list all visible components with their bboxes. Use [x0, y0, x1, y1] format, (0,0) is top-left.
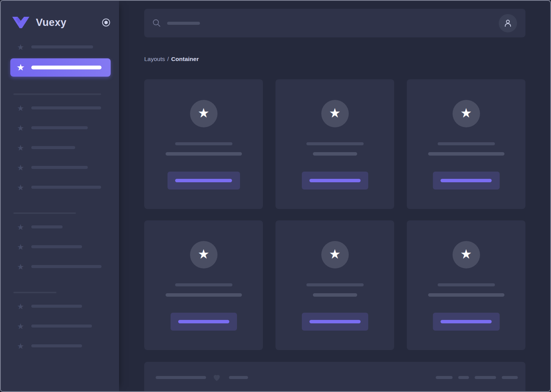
menu-label-skeleton — [31, 344, 82, 347]
sidebar-item[interactable]: ★ — [10, 318, 111, 334]
card-button[interactable] — [302, 313, 368, 331]
card-title-skeleton — [438, 283, 495, 286]
breadcrumb-path[interactable]: Layouts — [144, 56, 165, 62]
star-icon: ★ — [16, 104, 25, 112]
menu-label-skeleton — [31, 166, 88, 169]
card-button-label-skeleton — [309, 320, 361, 323]
menu-label-skeleton — [31, 305, 82, 308]
card-button-label-skeleton — [178, 320, 229, 323]
sidebar-item[interactable]: ★ — [10, 39, 111, 55]
heart-icon[interactable] — [212, 373, 221, 382]
star-icon: ★ — [16, 43, 25, 51]
sidebar-item[interactable]: ★ — [10, 159, 111, 176]
card-title-skeleton — [175, 283, 232, 286]
card-button-label-skeleton — [441, 179, 492, 182]
card-text-skeleton — [428, 293, 504, 297]
menu-label-skeleton — [31, 225, 63, 228]
radio-toggle-icon[interactable] — [102, 18, 111, 27]
card-text-skeleton — [166, 293, 242, 297]
card-text-skeleton — [166, 152, 242, 156]
card-title-skeleton — [306, 283, 364, 286]
card-text-skeleton — [313, 293, 357, 297]
breadcrumb-separator: / — [167, 56, 169, 62]
star-icon: ★ — [329, 106, 340, 121]
breadcrumb: Layouts/Container — [144, 56, 199, 63]
content-card: ★ — [144, 79, 263, 209]
star-icon: ★ — [16, 263, 25, 271]
star-icon: ★ — [16, 164, 25, 172]
star-icon: ★ — [460, 106, 472, 121]
card-button[interactable] — [433, 313, 499, 331]
topbar — [144, 9, 525, 37]
star-icon: ★ — [16, 124, 25, 132]
footer-card — [144, 362, 525, 392]
sidebar-item[interactable]: ★ — [10, 139, 111, 156]
menu-label-skeleton — [31, 45, 93, 48]
search-input[interactable] — [153, 19, 499, 27]
search-icon — [153, 19, 161, 27]
menu-label-skeleton — [31, 245, 82, 248]
content-card: ★ — [144, 220, 263, 350]
sidebar-item[interactable]: ★ — [10, 119, 111, 136]
star-icon: ★ — [16, 322, 25, 330]
main-content: Layouts/Container ★★★★★★ — [119, 1, 550, 391]
sidebar-header: Vuexy — [12, 16, 111, 29]
footer-right-group — [436, 376, 518, 379]
card-button[interactable] — [302, 172, 368, 190]
footer-right-skeleton — [475, 376, 496, 379]
menu-label-skeleton — [31, 126, 88, 129]
content-card: ★ — [276, 220, 394, 350]
footer-right-skeleton — [436, 376, 453, 379]
app-title: Vuexy — [36, 17, 102, 29]
cards-grid: ★★★★★★ — [144, 79, 525, 350]
card-avatar-circle: ★ — [321, 241, 349, 268]
sidebar-item[interactable]: ★ — [10, 218, 111, 235]
star-icon: ★ — [16, 302, 25, 310]
user-avatar[interactable] — [499, 14, 517, 32]
sidebar-item[interactable]: ★ — [10, 258, 111, 275]
card-avatar-circle: ★ — [190, 241, 218, 268]
sidebar-item[interactable]: ★ — [10, 100, 111, 116]
sidebar-item-active[interactable]: ★ — [10, 58, 111, 77]
breadcrumb-current: Container — [171, 56, 199, 62]
star-icon: ★ — [16, 183, 25, 191]
star-icon: ★ — [198, 247, 209, 262]
app-window: Vuexy ★★★★★★★★★★★★★ — [0, 0, 551, 392]
footer-left-skeleton — [156, 376, 206, 379]
menu-label-skeleton — [31, 265, 102, 268]
footer-right-skeleton — [502, 376, 518, 379]
sidebar-menu: ★★★★★★★★★★★★★ — [1, 39, 119, 354]
search-placeholder-skeleton — [167, 22, 200, 25]
card-avatar-circle: ★ — [190, 100, 218, 127]
star-icon: ★ — [329, 247, 340, 262]
card-button[interactable] — [171, 313, 237, 331]
star-icon: ★ — [16, 342, 25, 350]
card-avatar-circle: ★ — [321, 100, 349, 127]
user-icon — [503, 18, 513, 28]
sidebar-item[interactable]: ★ — [10, 238, 111, 255]
sidebar-item[interactable]: ★ — [10, 298, 111, 315]
sidebar-section-divider — [13, 93, 101, 95]
card-title-skeleton — [306, 142, 364, 145]
content-card: ★ — [276, 79, 394, 209]
menu-label-skeleton — [31, 325, 92, 328]
menu-label-skeleton — [31, 66, 102, 69]
sidebar-item[interactable]: ★ — [10, 337, 111, 354]
sidebar: Vuexy ★★★★★★★★★★★★★ — [1, 1, 119, 391]
star-icon: ★ — [16, 144, 25, 152]
card-button-label-skeleton — [175, 179, 232, 182]
card-button-label-skeleton — [441, 320, 492, 323]
content-card: ★ — [407, 220, 525, 350]
card-button-label-skeleton — [309, 179, 361, 182]
star-icon: ★ — [16, 63, 25, 72]
vuexy-v-logo-icon — [12, 17, 29, 28]
card-text-skeleton — [313, 152, 357, 156]
card-button[interactable] — [168, 172, 240, 190]
card-button[interactable] — [433, 172, 499, 190]
menu-label-skeleton — [31, 146, 75, 149]
card-avatar-circle: ★ — [453, 241, 480, 268]
sidebar-section-divider — [13, 292, 56, 293]
card-title-skeleton — [175, 142, 232, 145]
menu-label-skeleton — [31, 106, 101, 109]
sidebar-item[interactable]: ★ — [10, 179, 111, 196]
